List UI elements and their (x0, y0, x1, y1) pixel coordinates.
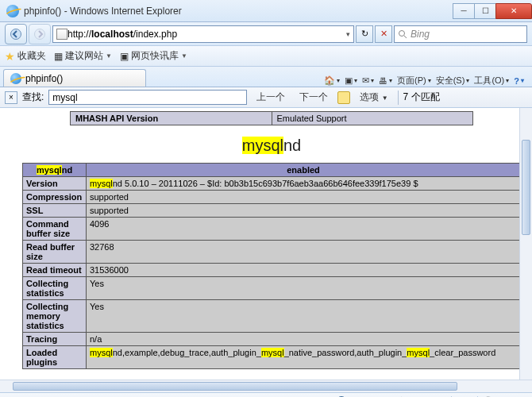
find-input[interactable] (48, 90, 247, 105)
print-button[interactable]: 🖶▾ (379, 76, 392, 86)
home-button[interactable]: 🏠▾ (324, 75, 340, 86)
svg-point-2 (399, 30, 405, 36)
row-key: Read timeout (23, 264, 87, 277)
row-value: 32768 (87, 241, 521, 264)
feed-icon: ▣ (120, 51, 129, 62)
tools-menu[interactable]: 工具(O)▾ (474, 75, 509, 87)
svg-point-1 (35, 29, 45, 39)
chevron-down-icon: ▼ (382, 94, 388, 102)
row-value: Yes (87, 277, 521, 300)
highlight-icon[interactable] (337, 91, 350, 104)
minimize-button[interactable]: ─ (453, 3, 475, 19)
row-key: Collecting statistics (23, 277, 87, 300)
scroll-thumb[interactable] (522, 140, 530, 235)
favorites-button[interactable]: ★收藏夹 (5, 49, 46, 63)
maximize-button[interactable]: ☐ (474, 3, 496, 19)
find-close-button[interactable]: × (5, 91, 17, 104)
row-value: supported (87, 204, 521, 218)
table-row: Collecting statisticsYes (23, 277, 521, 300)
row-value: supported (87, 191, 521, 204)
table-row: Read timeout31536000 (23, 264, 521, 277)
find-bar: × 查找: 上一个 下一个 选项 ▼ 7 个匹配 (0, 87, 532, 108)
tab-phpinfo[interactable]: phpinfo() (3, 69, 146, 87)
chevron-down-icon: ▼ (181, 52, 187, 60)
row-key: Loaded plugins (23, 346, 87, 369)
search-icon (398, 29, 407, 39)
horizontal-scrollbar[interactable] (0, 380, 532, 392)
sites-icon: ▦ (54, 51, 63, 62)
svg-line-3 (404, 36, 407, 38)
row-value: n/a (87, 333, 521, 346)
url-text: http://localhost/index.php (67, 29, 177, 40)
search-box[interactable]: Bing (394, 25, 527, 43)
row-key: Collecting memory statistics (23, 300, 87, 333)
command-bar: 🏠▾ ▣▾ ✉▾ 🖶▾ 页面(P)▾ 安全(S)▾ 工具(O)▾ ?▾ (324, 75, 529, 87)
search-placeholder: Bing (411, 29, 430, 40)
table-row: Compressionsupported (23, 191, 521, 204)
addr-dropdown-icon[interactable]: ▾ (346, 30, 350, 38)
find-prev-button[interactable]: 上一个 (252, 89, 290, 106)
find-match-count: 7 个匹配 (403, 91, 440, 104)
row-value: mysqlnd 5.0.10 – 20111026 – $Id: b0b3b15… (87, 177, 521, 191)
table-row: Tracingn/a (23, 333, 521, 346)
svg-point-0 (11, 29, 21, 39)
favorites-bar: ★收藏夹 ▦建议网站▼ ▣网页快讯库▼ (0, 46, 532, 67)
address-bar[interactable]: http://localhost/index.php ▾ (52, 25, 354, 43)
page-menu[interactable]: 页面(P)▾ (397, 75, 431, 87)
chevron-down-icon: ▼ (106, 52, 112, 60)
table-row: Command buffer size4096 (23, 218, 521, 241)
section-heading: mysqlnd (22, 137, 521, 155)
page-content: MHASH API Version Emulated Support mysql… (0, 108, 532, 380)
col-header-name: mysqlnd (23, 164, 87, 177)
row-value: 31536000 (87, 264, 521, 277)
separator (398, 91, 399, 105)
back-button[interactable] (5, 24, 27, 44)
window-buttons: ─ ☐ ✕ (453, 3, 532, 19)
ie-icon (10, 73, 21, 84)
feeds-button[interactable]: ▣▾ (345, 75, 357, 86)
scroll-thumb[interactable] (13, 382, 457, 391)
row-key: Command buffer size (23, 218, 87, 241)
tab-bar: phpinfo() 🏠▾ ▣▾ ✉▾ 🖶▾ 页面(P)▾ 安全(S)▾ 工具(O… (0, 67, 532, 87)
mhash-key: MHASH API Version (71, 112, 272, 125)
table-row: SSLsupported (23, 204, 521, 218)
row-key: Read buffer size (23, 241, 87, 264)
tab-title: phpinfo() (25, 73, 63, 84)
status-bar: Internet | 保护模式: 禁用 ◐▾ 🔍 100% ▾ (0, 392, 532, 397)
row-value: mysqlnd,example,debug_trace,auth_plugin_… (87, 346, 521, 369)
row-key: Version (23, 177, 87, 191)
mysqlnd-table: mysqlnd enabled Versionmysqlnd 5.0.10 – … (22, 163, 521, 369)
find-label: 查找: (22, 91, 44, 104)
close-button[interactable]: ✕ (495, 3, 532, 19)
refresh-button[interactable]: ↻ (356, 25, 373, 43)
row-key: SSL (23, 204, 87, 218)
row-value: 4096 (87, 218, 521, 241)
web-slices[interactable]: ▣网页快讯库▼ (120, 49, 187, 63)
table-row: Loaded pluginsmysqlnd,example,debug_trac… (23, 346, 521, 369)
table-row: Read buffer size32768 (23, 241, 521, 264)
find-options-button[interactable]: 选项 ▼ (355, 89, 392, 106)
window-titlebar: phpinfo() - Windows Internet Explorer ─ … (0, 0, 532, 22)
mail-button[interactable]: ✉▾ (362, 75, 374, 86)
ie-icon (6, 5, 19, 17)
safety-menu[interactable]: 安全(S)▾ (436, 75, 470, 87)
forward-button[interactable] (29, 24, 51, 44)
row-key: Tracing (23, 333, 87, 346)
table-row: Collecting memory statisticsYes (23, 300, 521, 333)
row-value: Yes (87, 300, 521, 333)
window-title: phpinfo() - Windows Internet Explorer (24, 6, 453, 17)
nav-bar: http://localhost/index.php ▾ ↻ ✕ Bing (0, 22, 532, 46)
help-button[interactable]: ?▾ (514, 76, 524, 86)
vertical-scrollbar[interactable] (519, 108, 532, 380)
row-key: Compression (23, 191, 87, 204)
table-row: Versionmysqlnd 5.0.10 – 20111026 – $Id: … (23, 177, 521, 191)
find-next-button[interactable]: 下一个 (295, 89, 333, 106)
stop-button[interactable]: ✕ (375, 25, 392, 43)
suggested-sites[interactable]: ▦建议网站▼ (54, 49, 112, 63)
page-fav-icon (56, 29, 67, 40)
star-icon: ★ (5, 50, 15, 63)
col-header-enabled: enabled (87, 164, 521, 177)
mhash-val: Emulated Support (272, 112, 473, 125)
mhash-table: MHASH API Version Emulated Support (70, 111, 473, 125)
